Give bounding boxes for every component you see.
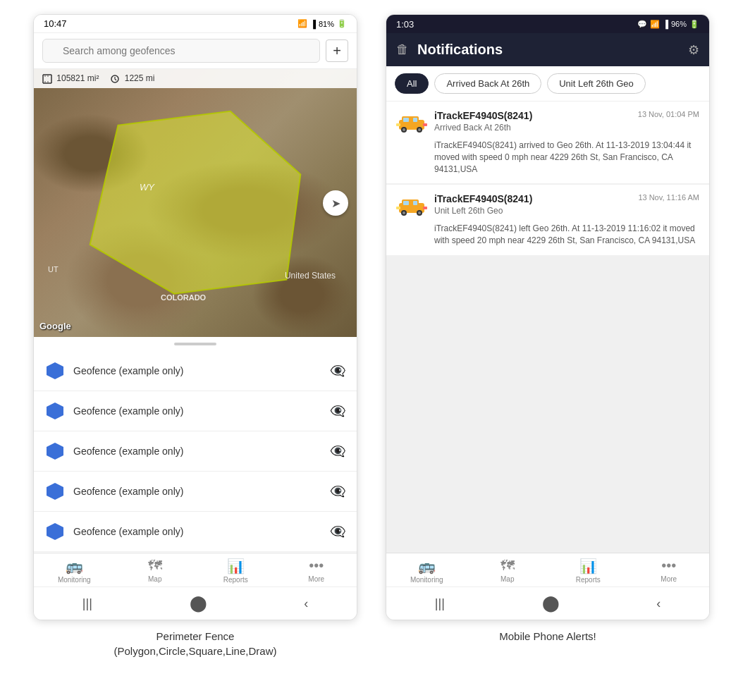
notif-card-2-header: iTrackEF4940S(8241) 13 Nov, 11:16 AM Uni…	[396, 193, 699, 219]
geofence-visibility-3[interactable]: 👁️‍🗨️	[330, 443, 345, 459]
notif-event-2: Unit Left 26th Geo	[434, 206, 699, 216]
left-screen-container: 10:47 📶 ▐ 81% 🔋 🔍 +	[33, 14, 357, 658]
geofence-name-3: Geofence (example only)	[73, 446, 321, 457]
geofence-name-2: Geofence (example only)	[73, 405, 321, 417]
battery-text: 81%	[319, 20, 334, 28]
right-bottom-nav: 🚌 Monitoring 🗺 Map 📊 Reports ••• More	[386, 553, 709, 587]
notif-card-2-info: iTrackEF4940S(8241) 13 Nov, 11:16 AM Uni…	[434, 193, 699, 219]
reports-label: Reports	[223, 576, 248, 584]
svg-rect-26	[403, 201, 409, 205]
right-android-menu-icon[interactable]: |||	[435, 596, 445, 611]
empty-area	[386, 257, 709, 426]
filter-tab-left[interactable]: Unit Left 26th Geo	[547, 73, 646, 94]
svg-rect-27	[413, 201, 417, 205]
android-menu-icon[interactable]: |||	[82, 596, 92, 611]
left-status-bar: 10:47 📶 ▐ 81% 🔋	[34, 15, 357, 33]
nav-reports-right[interactable]: 📊 Reports	[548, 558, 629, 584]
geofence-visibility-1[interactable]: 👁️‍🗨️	[330, 363, 345, 379]
geofence-visibility-5[interactable]: 👁️‍🗨️	[330, 524, 345, 539]
geofence-icon-2	[45, 401, 65, 421]
scroll-indicator-container	[34, 337, 357, 351]
search-bar: 🔍 +	[34, 33, 357, 69]
notif-time-1: 13 Nov, 01:04 PM	[638, 110, 699, 118]
notif-body-1: iTrackEF4940S(8241) arrived to Geo 26th.…	[396, 140, 699, 175]
left-android-nav: ||| ⬤ ‹	[34, 587, 357, 620]
nav-map-right[interactable]: 🗺 Map	[467, 558, 548, 584]
right-battery-icon: 🔋	[689, 20, 699, 29]
nav-more-right[interactable]: ••• More	[629, 558, 710, 584]
add-geofence-button[interactable]: +	[326, 39, 348, 62]
android-home-icon[interactable]: ⬤	[190, 594, 207, 613]
geofence-list: Geofence (example only) 👁️‍🗨️ Geofence (…	[34, 351, 357, 553]
nav-map-left[interactable]: 🗺 Map	[115, 558, 196, 584]
svg-marker-8	[47, 362, 63, 379]
geofence-icon-3	[45, 441, 65, 461]
more-icon: •••	[309, 558, 324, 574]
settings-icon[interactable]: ⚙	[688, 42, 699, 58]
left-bottom-nav: 🚌 Monitoring 🗺 Map 📊 Reports ••• More	[34, 553, 357, 587]
geofence-item-1[interactable]: Geofence (example only) 👁️‍🗨️	[34, 351, 357, 391]
notification-card-2[interactable]: iTrackEF4940S(8241) 13 Nov, 11:16 AM Uni…	[386, 185, 709, 255]
car-icon-1	[396, 111, 427, 133]
search-wrapper[interactable]: 🔍	[42, 39, 320, 63]
right-android-home-icon[interactable]: ⬤	[542, 594, 560, 613]
svg-point-21	[418, 128, 421, 131]
geofence-icon-4	[45, 481, 65, 501]
filter-tab-all[interactable]: All	[395, 73, 429, 94]
right-android-back-icon[interactable]: ‹	[656, 596, 661, 611]
svg-marker-0	[90, 111, 301, 294]
left-caption: Perimeter Fence (Polygon,Circle,Square,L…	[114, 629, 277, 658]
notifications-header: 🗑 Notifications ⚙	[386, 33, 709, 66]
geofence-item-4[interactable]: Geofence (example only) 👁️‍🗨️	[34, 472, 357, 512]
geofence-search-input[interactable]	[42, 39, 320, 63]
trash-icon[interactable]: 🗑	[396, 42, 409, 57]
geofence-visibility-4[interactable]: 👁️‍🗨️	[330, 484, 345, 499]
right-reports-icon: 📊	[579, 558, 597, 575]
nav-reports-left[interactable]: 📊 Reports	[195, 558, 276, 584]
geofence-polygon-svg	[34, 69, 357, 336]
svg-rect-32	[396, 207, 400, 209]
notif-card-1-header: iTrackEF4940S(8241) 13 Nov, 01:04 PM Arr…	[396, 110, 699, 135]
right-more-label: More	[661, 575, 677, 583]
right-caption: Mobile Phone Alerts!	[499, 629, 596, 644]
reports-icon: 📊	[227, 558, 245, 575]
right-time: 1:03	[396, 19, 414, 30]
geofence-item-5[interactable]: Geofence (example only) 👁️‍🗨️	[34, 512, 357, 552]
notif-device-2: iTrackEF4940S(8241)	[434, 193, 532, 204]
svg-point-19	[403, 128, 405, 131]
right-status-icons: 💬 📶 ▐ 96% 🔋	[637, 20, 699, 29]
right-monitoring-label: Monitoring	[410, 576, 443, 584]
right-battery: 96%	[671, 20, 687, 28]
filter-tab-arrived[interactable]: Arrived Back At 26th	[434, 73, 541, 94]
right-monitoring-icon: 🚌	[418, 558, 436, 575]
battery-icon: 🔋	[337, 19, 347, 28]
map-navigation-button[interactable]: ➤	[323, 190, 348, 216]
map-stats: 105821 mi² 1225 mi	[34, 69, 357, 88]
map-area[interactable]: 105821 mi² 1225 mi WY United States COLO…	[34, 69, 357, 337]
svg-marker-12	[47, 523, 63, 540]
android-back-icon[interactable]: ‹	[304, 596, 308, 611]
map-label: Map	[148, 575, 161, 583]
notification-card-1[interactable]: iTrackEF4940S(8241) 13 Nov, 01:04 PM Arr…	[386, 102, 709, 183]
right-status-bar: 1:03 💬 📶 ▐ 96% 🔋	[386, 15, 709, 33]
filter-tabs: All Arrived Back At 26th Unit Left 26th …	[386, 66, 709, 102]
notifications-title: Notifications	[417, 42, 680, 58]
geofence-item-2[interactable]: Geofence (example only) 👁️‍🗨️	[34, 391, 357, 431]
map-stat-distance: 1225 mi	[110, 73, 154, 84]
geofence-icon-1	[45, 361, 65, 381]
chat-icon: 💬	[637, 20, 647, 29]
left-status-icons: 📶 ▐ 81% 🔋	[297, 19, 347, 28]
notif-card-2-title-row: iTrackEF4940S(8241) 13 Nov, 11:16 AM	[434, 193, 699, 204]
notif-time-2: 13 Nov, 11:16 AM	[638, 193, 699, 202]
notif-event-1: Arrived Back At 26th	[434, 123, 699, 133]
nav-monitoring-right[interactable]: 🚌 Monitoring	[386, 558, 467, 584]
left-time: 10:47	[44, 18, 67, 29]
notifications-list: iTrackEF4940S(8241) 13 Nov, 01:04 PM Arr…	[386, 102, 709, 553]
right-screen-container: 1:03 💬 📶 ▐ 96% 🔋 🗑 Notifications ⚙ All A…	[386, 14, 710, 644]
nav-more-left[interactable]: ••• More	[276, 558, 357, 584]
svg-marker-10	[47, 443, 63, 460]
svg-rect-17	[413, 118, 417, 122]
geofence-item-3[interactable]: Geofence (example only) 👁️‍🗨️	[34, 431, 357, 472]
geofence-visibility-2[interactable]: 👁️‍🗨️	[330, 403, 345, 419]
nav-monitoring-left[interactable]: 🚌 Monitoring	[34, 558, 115, 584]
